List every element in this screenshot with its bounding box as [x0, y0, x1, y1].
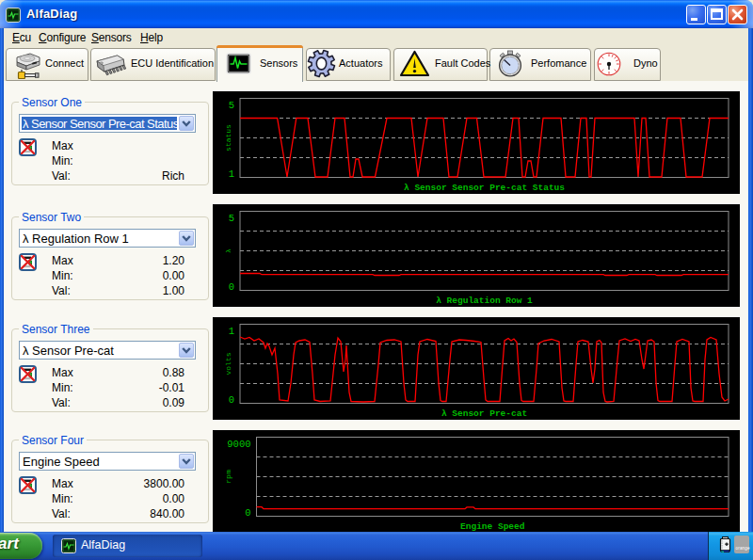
svg-text:1: 1 — [228, 326, 233, 337]
svg-text:λ Regulation Row 1: λ Regulation Row 1 — [436, 296, 533, 306]
svg-text:λ Sensor Pre-cat: λ Sensor Pre-cat — [441, 408, 526, 419]
svg-text:5: 5 — [228, 213, 233, 224]
svg-text:Engine Speed: Engine Speed — [460, 521, 525, 532]
svg-text:1: 1 — [228, 168, 233, 180]
svg-text:0: 0 — [228, 394, 233, 406]
svg-text:0: 0 — [228, 281, 233, 293]
svg-text:status: status — [223, 124, 232, 152]
svg-text:9000: 9000 — [227, 439, 250, 450]
svg-text:λ: λ — [223, 248, 232, 253]
svg-text:λ Sensor Sensor Pre-cat Status: λ Sensor Sensor Pre-cat Status — [403, 183, 564, 193]
svg-text:5: 5 — [228, 100, 233, 111]
svg-text:0: 0 — [245, 507, 250, 519]
svg-text:rpm: rpm — [223, 470, 232, 484]
svg-text:volts: volts — [223, 352, 232, 375]
